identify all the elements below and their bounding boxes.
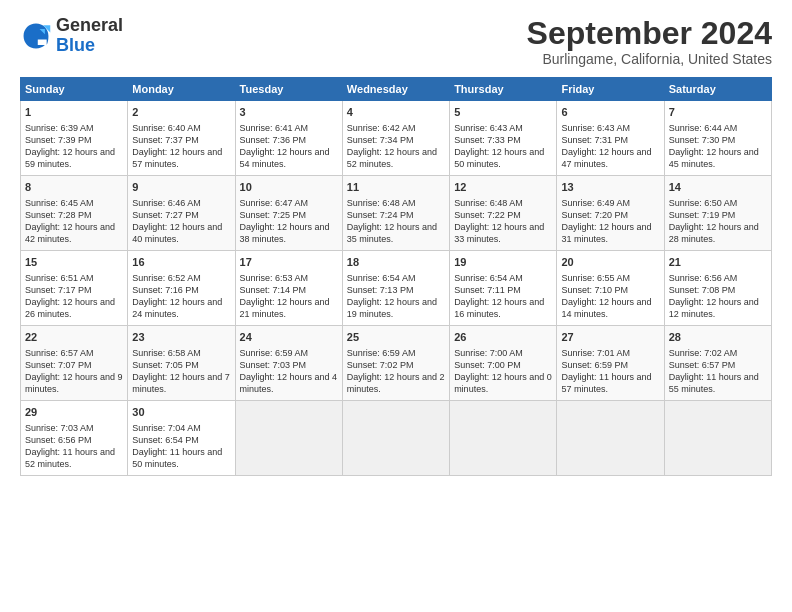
daylight: Daylight: 12 hours and 12 minutes. (669, 297, 759, 319)
day-number: 19 (454, 255, 552, 270)
calendar-cell (342, 401, 449, 475)
sunrise: Sunrise: 6:48 AM (347, 198, 416, 208)
daylight: Daylight: 12 hours and 50 minutes. (454, 147, 544, 169)
calendar-cell: 6Sunrise: 6:43 AMSunset: 7:31 PMDaylight… (557, 101, 664, 176)
day-number: 15 (25, 255, 123, 270)
day-number: 21 (669, 255, 767, 270)
sunset: Sunset: 7:28 PM (25, 210, 92, 220)
sunset: Sunset: 7:27 PM (132, 210, 199, 220)
day-number: 10 (240, 180, 338, 195)
sunset: Sunset: 7:25 PM (240, 210, 307, 220)
daylight: Daylight: 12 hours and 35 minutes. (347, 222, 437, 244)
sunrise: Sunrise: 7:02 AM (669, 348, 738, 358)
calendar-cell: 15Sunrise: 6:51 AMSunset: 7:17 PMDayligh… (21, 251, 128, 326)
calendar-cell: 23Sunrise: 6:58 AMSunset: 7:05 PMDayligh… (128, 326, 235, 401)
calendar-cell: 14Sunrise: 6:50 AMSunset: 7:19 PMDayligh… (664, 176, 771, 251)
calendar-cell: 10Sunrise: 6:47 AMSunset: 7:25 PMDayligh… (235, 176, 342, 251)
calendar-cell: 13Sunrise: 6:49 AMSunset: 7:20 PMDayligh… (557, 176, 664, 251)
day-number: 20 (561, 255, 659, 270)
sunset: Sunset: 7:14 PM (240, 285, 307, 295)
sunset: Sunset: 7:39 PM (25, 135, 92, 145)
sunset: Sunset: 7:03 PM (240, 360, 307, 370)
daylight: Daylight: 12 hours and 14 minutes. (561, 297, 651, 319)
sunset: Sunset: 7:11 PM (454, 285, 521, 295)
header-wednesday: Wednesday (342, 78, 449, 101)
sunrise: Sunrise: 7:01 AM (561, 348, 630, 358)
daylight: Daylight: 12 hours and 24 minutes. (132, 297, 222, 319)
calendar-cell (664, 401, 771, 475)
calendar-table: Sunday Monday Tuesday Wednesday Thursday… (20, 77, 772, 475)
header-friday: Friday (557, 78, 664, 101)
sunrise: Sunrise: 6:59 AM (240, 348, 309, 358)
day-number: 8 (25, 180, 123, 195)
daylight: Daylight: 12 hours and 33 minutes. (454, 222, 544, 244)
day-number: 27 (561, 330, 659, 345)
daylight: Daylight: 11 hours and 55 minutes. (669, 372, 759, 394)
daylight: Daylight: 12 hours and 47 minutes. (561, 147, 651, 169)
calendar-cell (557, 401, 664, 475)
calendar-cell: 27Sunrise: 7:01 AMSunset: 6:59 PMDayligh… (557, 326, 664, 401)
calendar-cell: 21Sunrise: 6:56 AMSunset: 7:08 PMDayligh… (664, 251, 771, 326)
sunset: Sunset: 7:13 PM (347, 285, 414, 295)
calendar-cell: 19Sunrise: 6:54 AMSunset: 7:11 PMDayligh… (450, 251, 557, 326)
daylight: Daylight: 11 hours and 52 minutes. (25, 447, 115, 469)
calendar-header: Sunday Monday Tuesday Wednesday Thursday… (21, 78, 772, 101)
daylight: Daylight: 12 hours and 52 minutes. (347, 147, 437, 169)
day-number: 14 (669, 180, 767, 195)
sunset: Sunset: 7:33 PM (454, 135, 521, 145)
daylight: Daylight: 12 hours and 40 minutes. (132, 222, 222, 244)
sunset: Sunset: 6:59 PM (561, 360, 628, 370)
sunrise: Sunrise: 7:00 AM (454, 348, 523, 358)
day-number: 4 (347, 105, 445, 120)
day-number: 1 (25, 105, 123, 120)
sunset: Sunset: 7:17 PM (25, 285, 92, 295)
daylight: Daylight: 12 hours and 59 minutes. (25, 147, 115, 169)
sunset: Sunset: 6:56 PM (25, 435, 92, 445)
daylight: Daylight: 11 hours and 57 minutes. (561, 372, 651, 394)
sunset: Sunset: 7:07 PM (25, 360, 92, 370)
day-number: 23 (132, 330, 230, 345)
daylight: Daylight: 12 hours and 31 minutes. (561, 222, 651, 244)
sunset: Sunset: 7:34 PM (347, 135, 414, 145)
header: GeneralBlue September 2024 Burlingame, C… (20, 16, 772, 67)
sunrise: Sunrise: 6:52 AM (132, 273, 201, 283)
sunrise: Sunrise: 6:49 AM (561, 198, 630, 208)
header-thursday: Thursday (450, 78, 557, 101)
day-number: 12 (454, 180, 552, 195)
sunrise: Sunrise: 6:54 AM (454, 273, 523, 283)
calendar-cell: 24Sunrise: 6:59 AMSunset: 7:03 PMDayligh… (235, 326, 342, 401)
sunset: Sunset: 7:24 PM (347, 210, 414, 220)
calendar-cell: 16Sunrise: 6:52 AMSunset: 7:16 PMDayligh… (128, 251, 235, 326)
calendar-cell: 22Sunrise: 6:57 AMSunset: 7:07 PMDayligh… (21, 326, 128, 401)
sunrise: Sunrise: 6:40 AM (132, 123, 201, 133)
sunset: Sunset: 7:22 PM (454, 210, 521, 220)
daylight: Daylight: 12 hours and 4 minutes. (240, 372, 338, 394)
day-number: 29 (25, 405, 123, 420)
sunrise: Sunrise: 6:47 AM (240, 198, 309, 208)
main-title: September 2024 (527, 16, 772, 51)
logo: GeneralBlue (20, 16, 123, 56)
sunrise: Sunrise: 6:56 AM (669, 273, 738, 283)
daylight: Daylight: 12 hours and 42 minutes. (25, 222, 115, 244)
sunrise: Sunrise: 6:45 AM (25, 198, 94, 208)
sunset: Sunset: 7:10 PM (561, 285, 628, 295)
sunset: Sunset: 7:16 PM (132, 285, 199, 295)
calendar-cell: 18Sunrise: 6:54 AMSunset: 7:13 PMDayligh… (342, 251, 449, 326)
calendar-cell: 26Sunrise: 7:00 AMSunset: 7:00 PMDayligh… (450, 326, 557, 401)
sunset: Sunset: 7:20 PM (561, 210, 628, 220)
daylight: Daylight: 12 hours and 57 minutes. (132, 147, 222, 169)
day-number: 24 (240, 330, 338, 345)
calendar-cell: 3Sunrise: 6:41 AMSunset: 7:36 PMDaylight… (235, 101, 342, 176)
sunset: Sunset: 7:30 PM (669, 135, 736, 145)
sunset: Sunset: 6:57 PM (669, 360, 736, 370)
daylight: Daylight: 12 hours and 9 minutes. (25, 372, 123, 394)
sunset: Sunset: 7:02 PM (347, 360, 414, 370)
day-number: 9 (132, 180, 230, 195)
day-number: 5 (454, 105, 552, 120)
sunset: Sunset: 7:05 PM (132, 360, 199, 370)
header-sunday: Sunday (21, 78, 128, 101)
day-number: 30 (132, 405, 230, 420)
sunrise: Sunrise: 6:50 AM (669, 198, 738, 208)
sunrise: Sunrise: 6:51 AM (25, 273, 94, 283)
day-number: 22 (25, 330, 123, 345)
